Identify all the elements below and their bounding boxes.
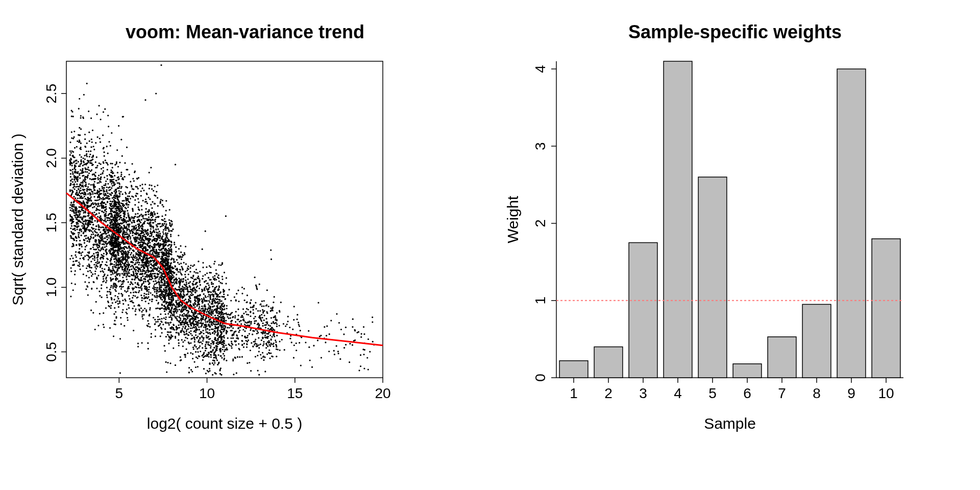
svg-point-3454: [127, 268, 129, 270]
svg-point-3537: [119, 248, 120, 250]
svg-point-1353: [79, 148, 81, 150]
svg-point-3460: [154, 243, 155, 244]
svg-point-5137: [208, 312, 210, 313]
svg-point-3694: [131, 186, 132, 187]
svg-point-4610: [184, 252, 185, 254]
svg-point-5118: [172, 223, 173, 225]
svg-point-5546: [239, 349, 240, 350]
svg-point-3159: [112, 255, 113, 256]
svg-point-3071: [140, 190, 142, 192]
svg-point-3316: [117, 265, 119, 266]
svg-point-3654: [165, 318, 166, 320]
svg-point-4903: [180, 294, 181, 296]
svg-point-1200: [95, 210, 97, 211]
svg-point-2685: [113, 199, 114, 201]
svg-point-4875: [202, 302, 203, 304]
svg-point-3261: [158, 278, 160, 280]
svg-point-1452: [73, 211, 75, 212]
svg-point-4379: [199, 346, 201, 347]
svg-point-4327: [218, 280, 220, 282]
svg-point-398: [87, 168, 88, 170]
svg-point-2676: [111, 263, 113, 265]
svg-point-3690: [125, 260, 127, 261]
svg-point-4246: [212, 276, 214, 278]
svg-point-5669: [239, 321, 240, 323]
svg-point-5038: [167, 250, 168, 251]
svg-point-477: [93, 149, 95, 150]
svg-point-3643: [138, 234, 139, 236]
svg-point-5232: [255, 356, 256, 357]
svg-point-904: [80, 115, 82, 116]
svg-point-2977: [157, 184, 158, 186]
svg-point-3125: [150, 231, 151, 232]
svg-point-3132: [110, 163, 111, 164]
svg-point-4517: [215, 269, 217, 271]
svg-point-899: [113, 172, 114, 174]
svg-point-1245: [88, 198, 89, 200]
svg-point-3477: [117, 227, 118, 228]
svg-point-4837: [176, 281, 178, 282]
svg-point-455: [86, 83, 88, 84]
svg-point-4993: [188, 372, 190, 373]
svg-point-1383: [112, 272, 113, 273]
svg-point-1416: [74, 215, 75, 216]
svg-point-226: [82, 165, 84, 166]
svg-point-3066: [115, 237, 116, 238]
svg-point-5253: [255, 316, 256, 317]
svg-point-2733: [163, 239, 164, 241]
svg-point-4469: [163, 241, 164, 242]
svg-point-4387: [185, 288, 186, 290]
svg-point-684: [93, 282, 94, 283]
svg-point-1297: [83, 220, 84, 222]
svg-point-5098: [169, 291, 171, 293]
svg-point-2854: [153, 250, 154, 252]
svg-point-1223: [82, 227, 84, 229]
svg-point-1474: [88, 259, 89, 260]
svg-point-5750: [298, 324, 300, 326]
svg-point-3729: [180, 252, 182, 253]
svg-point-464: [74, 175, 75, 177]
svg-point-1434: [86, 155, 87, 156]
svg-point-2966: [157, 223, 159, 225]
svg-point-4079: [164, 287, 166, 288]
svg-point-3240: [141, 289, 142, 291]
svg-point-4586: [222, 276, 223, 277]
svg-point-5345: [250, 350, 251, 351]
svg-point-1512: [81, 254, 82, 256]
svg-point-4857: [166, 267, 168, 268]
svg-point-4628: [202, 308, 204, 310]
svg-point-4206: [190, 333, 191, 334]
svg-point-900: [101, 248, 102, 249]
svg-point-5064: [179, 309, 180, 310]
svg-point-239: [106, 265, 108, 266]
svg-point-1723: [112, 185, 113, 187]
svg-point-819: [89, 240, 90, 242]
svg-point-289: [102, 134, 104, 136]
svg-point-5128: [165, 232, 166, 234]
svg-point-2434: [127, 206, 129, 208]
svg-point-3685: [127, 320, 129, 321]
svg-point-4026: [168, 231, 170, 232]
svg-point-2731: [132, 265, 134, 267]
svg-text:20: 20: [375, 385, 390, 401]
svg-point-552: [69, 258, 71, 260]
svg-point-4013: [208, 352, 209, 353]
svg-point-5749: [329, 333, 330, 335]
svg-point-4991: [168, 307, 170, 309]
svg-point-5104: [166, 272, 168, 274]
svg-point-647: [74, 136, 75, 138]
svg-point-4698: [168, 287, 170, 289]
svg-point-2574: [151, 333, 152, 334]
svg-point-3280: [152, 278, 153, 279]
svg-point-626: [100, 266, 101, 268]
svg-point-3657: [120, 226, 122, 228]
svg-point-5694: [293, 345, 295, 346]
svg-point-946: [92, 193, 93, 194]
svg-point-5794: [122, 116, 124, 117]
svg-point-1058: [84, 242, 85, 243]
svg-point-2738: [158, 236, 159, 238]
svg-point-4868: [176, 274, 177, 275]
svg-point-1229: [85, 171, 86, 173]
svg-point-1181: [104, 187, 105, 189]
svg-point-3855: [210, 266, 211, 268]
